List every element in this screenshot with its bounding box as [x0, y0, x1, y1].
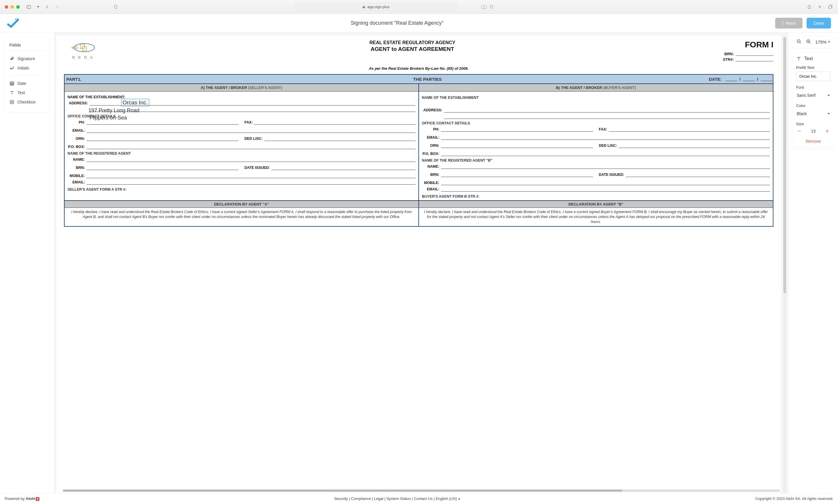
- app-header: Signing document "Real Estate Agency" Mo…: [0, 14, 838, 33]
- shield-icon[interactable]: [112, 4, 119, 10]
- field-text[interactable]: Text: [9, 88, 45, 97]
- properties-panel: Text Prefill Text Font Sans Serif Color …: [792, 52, 835, 148]
- text-field-address-2[interactable]: Flippers-on-Sea: [90, 115, 127, 121]
- field-date[interactable]: Date: [9, 79, 45, 88]
- swiss-flag-icon: [36, 497, 39, 501]
- doc-title-2: AGENT to AGENT AGREEMENT: [109, 46, 716, 52]
- doc-title-1: REAL ESTATE REGULATORY AGENCY: [109, 40, 716, 46]
- svg-point-9: [18, 19, 19, 20]
- app-logo[interactable]: [7, 18, 19, 29]
- form-label: FORM I: [723, 40, 773, 49]
- chevron-down-icon[interactable]: [35, 4, 41, 10]
- svg-rect-13: [10, 82, 14, 86]
- size-increase-button[interactable]: [824, 128, 831, 134]
- tabs-icon[interactable]: [827, 4, 833, 10]
- checkbox-icon: [9, 100, 15, 105]
- declaration-a: I hereby declare, I have read and unders…: [65, 208, 418, 221]
- remove-button[interactable]: Remove: [796, 139, 831, 144]
- lock-icon: [362, 5, 365, 8]
- document-viewport[interactable]: R E R A REAL ESTATE REGULATORY AGENCY AG…: [54, 33, 788, 493]
- svg-point-11: [782, 23, 783, 23]
- translate-icon[interactable]: [482, 5, 487, 9]
- footer-link-contact[interactable]: Contact Us: [414, 497, 432, 501]
- left-sidebar: Fields Signature Initials Date Text Ch: [0, 33, 54, 493]
- footer-language-select[interactable]: English (US): [435, 497, 460, 501]
- footer-link-security[interactable]: Security: [334, 497, 348, 501]
- part1-bar: PART1. THE PARTIES DATE: / /: [64, 74, 773, 84]
- vertical-scrollbar[interactable]: [783, 35, 786, 493]
- svg-point-7: [15, 18, 16, 19]
- done-button[interactable]: Done: [807, 18, 831, 29]
- font-select[interactable]: Sans Serif: [796, 91, 831, 100]
- rera-logo: R E R A: [64, 40, 102, 60]
- size-decrease-button[interactable]: [796, 128, 803, 134]
- forward-button[interactable]: [53, 4, 60, 10]
- maximize-window[interactable]: [16, 5, 20, 9]
- text-field-address-1[interactable]: 197 Pretty Long Road: [88, 108, 139, 114]
- back-button[interactable]: [44, 4, 51, 10]
- svg-point-12: [782, 24, 783, 25]
- color-select[interactable]: Black: [796, 110, 831, 118]
- footer-link-legal[interactable]: Legal: [374, 497, 383, 501]
- url-bar[interactable]: app.sign.plus: [294, 3, 457, 11]
- copyright: Copyright © 2023 Alohi SA. All rights re…: [755, 497, 833, 501]
- svg-point-8: [17, 18, 18, 19]
- initials-icon: [9, 66, 15, 71]
- sidebar-toggle-icon[interactable]: [25, 4, 32, 10]
- more-button[interactable]: More: [775, 18, 803, 29]
- size-value: 13: [811, 129, 816, 133]
- calendar-icon: [9, 81, 15, 86]
- close-window[interactable]: [5, 5, 8, 9]
- svg-line-35: [809, 42, 810, 43]
- svg-line-32: [800, 42, 801, 43]
- fields-heading: Fields: [9, 42, 45, 47]
- document-page: R E R A REAL ESTATE REGULATORY AGENCY AG…: [56, 35, 781, 493]
- reload-icon[interactable]: [490, 5, 494, 9]
- horizontal-scrollbar[interactable]: [63, 489, 780, 492]
- signature-icon: [9, 56, 15, 61]
- svg-point-10: [782, 21, 783, 22]
- minimize-window[interactable]: [11, 5, 14, 9]
- svg-rect-30: [75, 47, 78, 49]
- field-signature[interactable]: Signature: [9, 54, 45, 64]
- svg-rect-6: [828, 6, 831, 8]
- footer-link-status[interactable]: System Status: [387, 497, 411, 501]
- zoom-control: 175%: [792, 36, 835, 48]
- text-icon: [9, 90, 15, 95]
- zoom-in-button[interactable]: [806, 39, 811, 45]
- url-text: app.sign.plus: [367, 5, 390, 9]
- new-tab-icon[interactable]: [817, 4, 823, 10]
- bylaw-text: As per the Real Estate Brokers By-Law No…: [64, 66, 773, 71]
- svg-rect-0: [27, 5, 31, 8]
- right-sidebar: 175% Text Prefill Text Font Sans Serif C…: [788, 33, 838, 493]
- window-controls: [5, 5, 20, 9]
- footer: Powered by Alohi Security | Compliance |…: [0, 493, 838, 504]
- share-icon[interactable]: [806, 4, 813, 10]
- text-field-selected[interactable]: Orcas Inc.: [121, 99, 149, 106]
- declaration-b: I hereby declare, I have read and unders…: [419, 208, 773, 226]
- powered-by: Powered by Alohi: [5, 497, 39, 501]
- zoom-dropdown[interactable]: 175%: [815, 39, 830, 44]
- text-icon: [796, 56, 801, 61]
- zoom-out-button[interactable]: [797, 39, 802, 45]
- more-dots-icon: [782, 21, 783, 25]
- page-title: Signing document "Real Estate Agency": [19, 20, 775, 26]
- field-checkbox[interactable]: Checkbox: [9, 97, 45, 107]
- prefill-text-input[interactable]: [796, 72, 831, 81]
- footer-link-compliance[interactable]: Compliance: [351, 497, 371, 501]
- svg-point-28: [72, 47, 73, 48]
- browser-chrome: app.sign.plus: [0, 0, 838, 14]
- field-initials[interactable]: Initials: [9, 64, 45, 73]
